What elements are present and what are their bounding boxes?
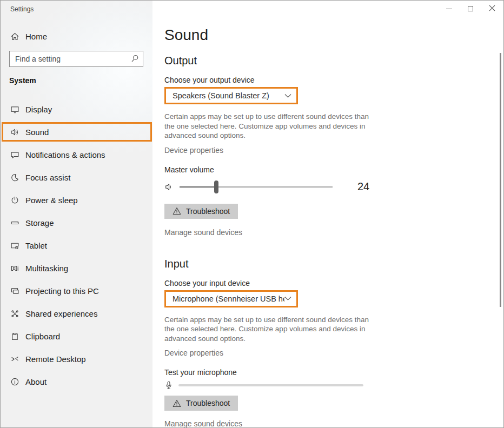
output-section: Output Choose your output device Speaker…: [164, 54, 503, 237]
about-icon: [10, 377, 19, 387]
sidebar-item-label: Focus assist: [25, 173, 70, 182]
troubleshoot-label: Troubleshoot: [186, 399, 230, 407]
sidebar-item-power-sleep[interactable]: Power & sleep: [1, 189, 152, 211]
mic-test-meter: [164, 379, 503, 391]
sidebar-item-label: About: [25, 377, 47, 386]
sidebar-item-display[interactable]: Display: [1, 98, 152, 121]
storage-icon: [10, 218, 19, 228]
remote-desktop-icon: [10, 354, 19, 364]
sidebar-item-label: Shared experiences: [25, 309, 97, 318]
output-manage-devices-link[interactable]: Manage sound devices: [164, 228, 242, 237]
sidebar: Settings Home System Display: [1, 1, 152, 427]
master-volume-label: Master volume: [164, 165, 503, 175]
input-troubleshoot-button[interactable]: Troubleshoot: [164, 396, 238, 411]
main-content: Sound Output Choose your output device S…: [152, 1, 503, 427]
output-device-value: Speakers (Sound Blaster Z): [173, 91, 269, 100]
display-icon: [10, 104, 19, 115]
output-device-properties-link[interactable]: Device properties: [164, 145, 223, 155]
output-description: Certain apps may be set up to use differ…: [164, 112, 381, 141]
sidebar-item-label: Multitasking: [25, 264, 68, 273]
master-volume-thumb[interactable]: [214, 180, 218, 193]
shared-experiences-icon: [10, 309, 19, 319]
warning-icon: [173, 399, 181, 407]
clipboard-icon: [10, 331, 19, 342]
input-manage-devices-link[interactable]: Manage sound devices: [164, 419, 242, 428]
sidebar-item-sound[interactable]: Sound: [1, 121, 152, 143]
input-section-title: Input: [164, 257, 503, 271]
sidebar-item-label: Clipboard: [25, 332, 60, 341]
sidebar-nav: Display Sound Notifications & actions: [1, 98, 152, 393]
sidebar-section-system: System: [9, 76, 152, 85]
output-troubleshoot-button[interactable]: Troubleshoot: [164, 204, 238, 219]
app-title: Settings: [1, 1, 152, 13]
master-volume-row: 24: [164, 179, 503, 195]
test-mic-label: Test your microphone: [164, 367, 503, 377]
sound-icon: [10, 127, 19, 137]
mic-level-bar: [178, 384, 363, 386]
minimize-button[interactable]: [438, 1, 460, 17]
sidebar-item-label: Storage: [25, 218, 54, 228]
sidebar-item-label: Tablet: [25, 241, 47, 250]
page-title: Sound: [164, 25, 503, 45]
input-description: Certain apps may be set up to use differ…: [164, 315, 381, 344]
sidebar-item-label: Display: [25, 105, 52, 114]
projecting-icon: [10, 286, 19, 296]
sidebar-item-label: Home: [25, 32, 47, 41]
maximize-icon: [468, 6, 473, 11]
sidebar-item-label: Remote Desktop: [25, 355, 86, 364]
warning-icon: [173, 207, 181, 215]
input-device-dropdown[interactable]: Microphone (Sennheiser USB hea...: [164, 290, 298, 307]
master-volume-value: 24: [357, 180, 369, 193]
sidebar-item-storage[interactable]: Storage: [1, 211, 152, 234]
window-controls: [438, 1, 503, 17]
output-section-title: Output: [164, 54, 503, 68]
home-icon: [10, 31, 19, 42]
microphone-icon: [164, 380, 173, 391]
sidebar-item-clipboard[interactable]: Clipboard: [1, 325, 152, 347]
sidebar-item-shared-experiences[interactable]: Shared experiences: [1, 302, 152, 325]
troubleshoot-label: Troubleshoot: [186, 207, 230, 216]
input-device-label: Choose your input device: [164, 278, 503, 288]
speaker-icon[interactable]: [164, 182, 174, 192]
close-button[interactable]: [481, 1, 503, 17]
settings-window: Settings Home System Display: [0, 0, 504, 428]
sidebar-item-label: Sound: [25, 128, 49, 137]
master-volume-fill: [180, 186, 216, 188]
sidebar-item-about[interactable]: About: [1, 370, 152, 393]
notifications-icon: [10, 150, 19, 160]
input-device-value: Microphone (Sennheiser USB hea...: [173, 295, 284, 303]
sidebar-item-tablet[interactable]: Tablet: [1, 234, 152, 257]
output-device-dropdown[interactable]: Speakers (Sound Blaster Z): [164, 87, 298, 104]
tablet-icon: [10, 240, 19, 251]
search-input[interactable]: [9, 51, 143, 67]
sidebar-item-projecting[interactable]: Projecting to this PC: [1, 279, 152, 302]
sidebar-item-label: Power & sleep: [25, 196, 78, 205]
maximize-button[interactable]: [460, 1, 481, 17]
search-box: [9, 51, 144, 67]
multitasking-icon: [10, 263, 19, 273]
input-section: Input Choose your input device Microphon…: [164, 257, 503, 428]
scrollbar[interactable]: [500, 53, 501, 307]
input-device-properties-link[interactable]: Device properties: [164, 348, 223, 358]
output-device-label: Choose your output device: [164, 75, 503, 85]
sidebar-item-focus-assist[interactable]: Focus assist: [1, 166, 152, 189]
sidebar-item-label: Projecting to this PC: [25, 286, 99, 296]
master-volume-slider[interactable]: [180, 179, 333, 195]
power-icon: [10, 195, 19, 205]
sidebar-item-multitasking[interactable]: Multitasking: [1, 257, 152, 279]
sidebar-item-label: Notifications & actions: [25, 150, 105, 159]
close-icon: [489, 4, 495, 14]
focus-assist-icon: [10, 172, 19, 183]
chevron-down-icon: [284, 296, 291, 301]
sidebar-item-notifications[interactable]: Notifications & actions: [1, 143, 152, 166]
chevron-down-icon: [284, 93, 291, 98]
sidebar-item-remote-desktop[interactable]: Remote Desktop: [1, 347, 152, 370]
search-icon[interactable]: [130, 54, 140, 63]
minimize-icon: [446, 9, 452, 9]
selection-highlight: [2, 122, 152, 142]
sidebar-item-home[interactable]: Home: [1, 25, 152, 48]
